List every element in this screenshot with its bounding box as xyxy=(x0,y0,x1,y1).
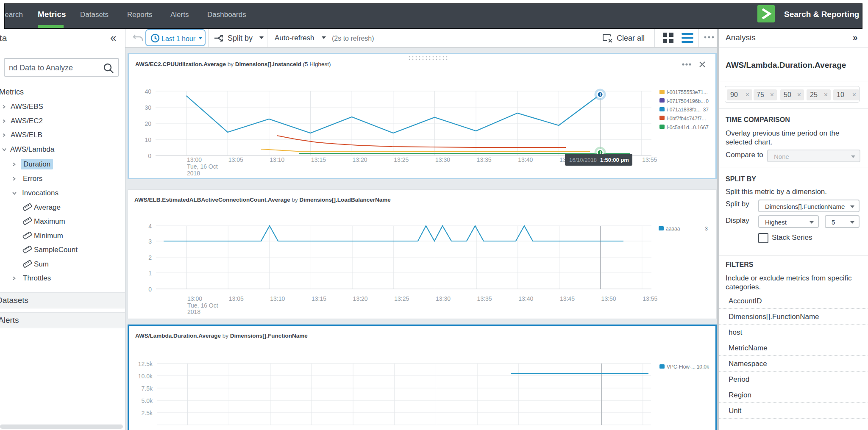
svg-text:VPC-Flow-...: VPC-Flow-... xyxy=(667,364,696,370)
svg-text:13:55: 13:55 xyxy=(643,295,657,302)
svg-text:i-0bf7fb4c747f7...: i-0bf7fb4c747f7... xyxy=(667,116,706,122)
svg-text:aaaaa: aaaaa xyxy=(666,226,680,232)
svg-text:1:50:00 pm: 1:50:00 pm xyxy=(600,157,629,163)
svg-text:13:15: 13:15 xyxy=(312,295,326,302)
svg-text:4: 4 xyxy=(148,223,152,230)
svg-text:3: 3 xyxy=(148,238,152,245)
svg-text:40: 40 xyxy=(145,88,151,95)
svg-text:13:40: 13:40 xyxy=(518,295,533,302)
svg-text:13:30: 13:30 xyxy=(435,156,450,163)
svg-text:Tue, 16 Oct: Tue, 16 Oct xyxy=(187,302,218,309)
svg-text:13:40: 13:40 xyxy=(518,156,533,163)
svg-text:i-001755553e71...: i-001755553e71... xyxy=(667,89,708,95)
svg-text:2: 2 xyxy=(148,254,152,261)
svg-text:10.0k: 10.0k xyxy=(697,364,709,370)
svg-text:10: 10 xyxy=(145,136,151,143)
svg-text:13:30: 13:30 xyxy=(436,295,451,302)
svg-text:Tue, 16 Oct: Tue, 16 Oct xyxy=(187,163,218,170)
svg-text:13:10: 13:10 xyxy=(270,156,284,163)
svg-text:13:35: 13:35 xyxy=(477,156,492,163)
svg-text:13:15: 13:15 xyxy=(311,156,326,163)
svg-text:20: 20 xyxy=(145,120,151,127)
svg-text:13:00: 13:00 xyxy=(187,295,202,302)
svg-text:1: 1 xyxy=(148,270,152,277)
svg-text:13:05: 13:05 xyxy=(228,156,243,163)
svg-text:0: 0 xyxy=(706,98,709,104)
svg-text:13:05: 13:05 xyxy=(229,295,244,302)
svg-text:5.0k: 5.0k xyxy=(142,397,153,404)
svg-text:0.1667: 0.1667 xyxy=(693,125,709,130)
svg-text:13:45: 13:45 xyxy=(560,295,575,302)
svg-text:12.5k: 12.5k xyxy=(138,361,153,367)
svg-text:13:25: 13:25 xyxy=(394,295,409,302)
svg-text:7.5k: 7.5k xyxy=(142,385,153,392)
svg-text:10.0k: 10.0k xyxy=(138,373,153,380)
svg-text:2018: 2018 xyxy=(187,308,200,315)
svg-text:13:50: 13:50 xyxy=(601,295,616,302)
svg-text:2.5k: 2.5k xyxy=(142,410,153,416)
svg-text:37: 37 xyxy=(703,107,709,113)
svg-text:13:55: 13:55 xyxy=(642,156,657,163)
svg-text:13:20: 13:20 xyxy=(353,156,367,163)
svg-text:13:35: 13:35 xyxy=(477,295,492,302)
svg-text:i-0717504196b...: i-0717504196b... xyxy=(667,98,705,104)
svg-text:0: 0 xyxy=(148,153,151,159)
svg-text:0: 0 xyxy=(148,286,152,293)
svg-text:i-0c5a41d...: i-0c5a41d... xyxy=(667,125,693,130)
svg-text:30: 30 xyxy=(145,104,151,111)
svg-text:3: 3 xyxy=(705,226,708,232)
svg-text:13:25: 13:25 xyxy=(394,156,409,163)
svg-text:13:20: 13:20 xyxy=(353,295,368,302)
svg-text:13:00: 13:00 xyxy=(187,156,202,163)
svg-text:13:10: 13:10 xyxy=(270,295,285,302)
svg-text:2018: 2018 xyxy=(187,170,200,177)
svg-text:16/10/2018: 16/10/2018 xyxy=(569,157,597,163)
svg-text:i-071a1838fa...: i-071a1838fa... xyxy=(667,107,701,113)
